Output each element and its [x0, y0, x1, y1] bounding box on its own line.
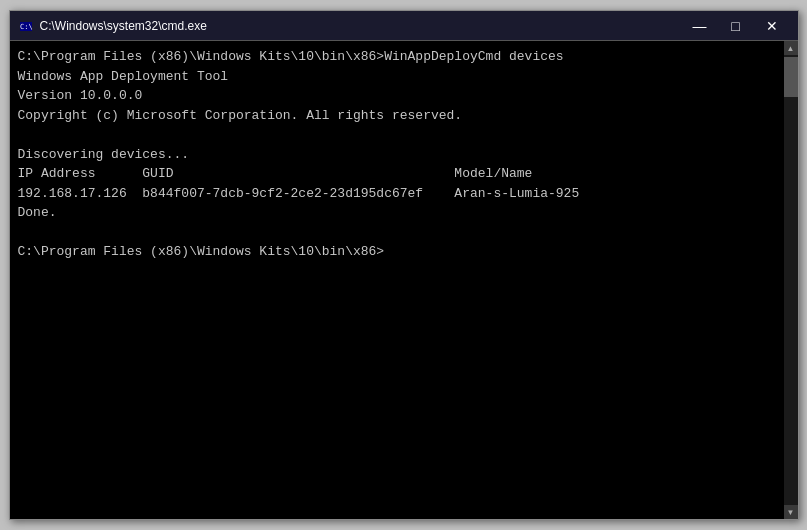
scrollbar-track[interactable]	[784, 55, 798, 505]
console-line-8: 192.168.17.126 b844f007-7dcb-9cf2-2ce2-2…	[18, 186, 580, 201]
scrollbar-thumb[interactable]	[784, 57, 798, 97]
console-area[interactable]: C:\Program Files (x86)\Windows Kits\10\b…	[10, 41, 798, 519]
cmd-window: C:\ C:\Windows\system32\cmd.exe — □ ✕ C:…	[9, 10, 799, 520]
console-line-3: Version 10.0.0.0	[18, 88, 143, 103]
console-line-11: C:\Program Files (x86)\Windows Kits\10\b…	[18, 244, 385, 259]
minimize-button[interactable]: —	[682, 11, 718, 41]
console-line-9: Done.	[18, 205, 57, 220]
cmd-icon: C:\	[18, 18, 34, 34]
console-line-4: Copyright (c) Microsoft Corporation. All…	[18, 108, 463, 123]
window-controls: — □ ✕	[682, 11, 790, 41]
console-line-6: Discovering devices...	[18, 147, 190, 162]
window-title: C:\Windows\system32\cmd.exe	[40, 19, 682, 33]
svg-text:C:\: C:\	[20, 23, 33, 31]
title-bar: C:\ C:\Windows\system32\cmd.exe — □ ✕	[10, 11, 798, 41]
scroll-down-arrow[interactable]: ▼	[784, 505, 798, 519]
console-line-1: C:\Program Files (x86)\Windows Kits\10\b…	[18, 49, 564, 64]
maximize-button[interactable]: □	[718, 11, 754, 41]
console-line-2: Windows App Deployment Tool	[18, 69, 229, 84]
scroll-up-arrow[interactable]: ▲	[784, 41, 798, 55]
console-output: C:\Program Files (x86)\Windows Kits\10\b…	[18, 47, 790, 262]
console-line-7: IP Address GUID Model/Name	[18, 166, 533, 181]
close-button[interactable]: ✕	[754, 11, 790, 41]
scrollbar[interactable]: ▲ ▼	[784, 41, 798, 519]
